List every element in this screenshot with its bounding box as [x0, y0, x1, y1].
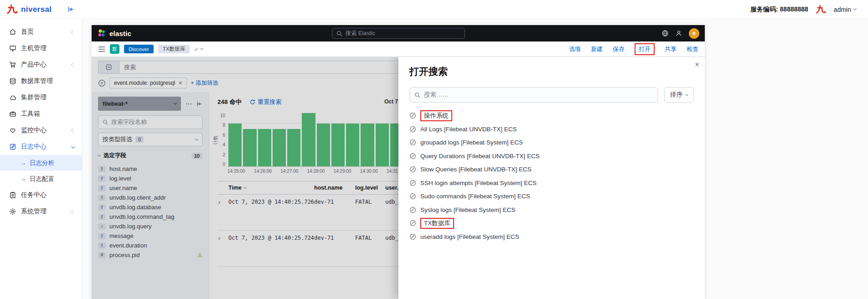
- saved-search-label: groupadd logs [Filebeat System] ECS: [420, 139, 523, 146]
- jiu-logo-icon-small: [816, 5, 827, 15]
- elastic-logo-icon: [97, 29, 106, 38]
- sidebar-item-log-analysis[interactable]: → 日志分析: [0, 155, 82, 171]
- sidebar-item-system-mgmt[interactable]: 系统管理: [0, 203, 82, 220]
- saved-search-type-icon: [409, 112, 416, 119]
- sort-button[interactable]: 排序: [664, 87, 694, 103]
- save-button[interactable]: 保存: [613, 45, 625, 53]
- heart-icon: [9, 127, 16, 134]
- new-button[interactable]: 新建: [591, 45, 603, 53]
- saved-search-type-icon: [409, 220, 416, 227]
- jiu-logo-icon: [6, 4, 18, 15]
- inspect-button[interactable]: 检查: [687, 45, 698, 53]
- saved-search-item[interactable]: groupadd logs [Filebeat System] ECS: [409, 136, 694, 150]
- saved-search-label: All Logs [Filebeat UNVDB-TX] ECS: [420, 126, 517, 133]
- share-button[interactable]: 共享: [665, 45, 677, 53]
- gear-icon: [9, 208, 16, 215]
- breadcrumb-app[interactable]: Discover: [124, 45, 154, 53]
- sidebar-item-label: 数据库管理: [21, 77, 53, 85]
- sidebar-item-label: 监控中心: [21, 126, 46, 134]
- saved-search-type-icon: [409, 166, 416, 173]
- options-button[interactable]: 选项: [569, 45, 581, 53]
- saved-search-item[interactable]: SSH login attempts [Filebeat System] ECS: [409, 176, 694, 190]
- saved-search-type-icon: [409, 139, 416, 146]
- sidebar-item-host-mgmt[interactable]: 主机管理: [0, 40, 82, 57]
- user-menu[interactable]: admin: [834, 6, 856, 13]
- search-icon: [414, 92, 420, 98]
- arrow-icon: →: [20, 175, 26, 182]
- sidebar-item-log-center[interactable]: 日志中心: [0, 139, 82, 155]
- saved-search-label: Sudo commands [Filebeat System] ECS: [420, 193, 530, 200]
- saved-search-type-icon: [409, 233, 416, 240]
- annotation-box: 操作系统: [420, 110, 452, 121]
- elastic-search-input[interactable]: 搜索 Elastic: [332, 28, 465, 39]
- sidebar-item-monitor-center[interactable]: 监控中心: [0, 122, 82, 139]
- home-icon: [9, 28, 16, 36]
- elastic-panel: elastic 搜索 Elastic e 默 Discover: [92, 25, 705, 299]
- sidebar-item-product-center[interactable]: 产品中心: [0, 57, 82, 73]
- elastic-brand-text: elastic: [109, 30, 131, 37]
- sidebar: 首页 主机管理 产品中心 数据库管理 集群管理 工具箱 监控中心 日志中心 → …: [0, 19, 83, 299]
- database-icon: [9, 77, 16, 85]
- open-button[interactable]: 打开: [635, 43, 655, 55]
- saved-search-item[interactable]: 操作系统: [409, 109, 694, 123]
- annotation-box: TX数据库: [420, 218, 454, 229]
- host-icon: [9, 45, 16, 52]
- user-alert-icon[interactable]: [675, 30, 682, 37]
- saved-search-type-icon: [409, 180, 416, 186]
- close-icon[interactable]: ×: [695, 61, 699, 68]
- saved-search-label: Query Durations [Filebeat UNVDB-TX] ECS: [420, 153, 540, 160]
- saved-search-item[interactable]: useradd logs [Filebeat System] ECS: [409, 230, 694, 244]
- sidebar-item-label: 日志分析: [30, 159, 54, 167]
- saved-search-item[interactable]: Query Durations [Filebeat UNVDB-TX] ECS: [409, 150, 694, 163]
- sidebar-item-label: 日志配置: [30, 175, 54, 183]
- sidebar-item-toolbox[interactable]: 工具箱: [0, 106, 82, 122]
- discover-actions: 选项 新建 保存 打开 共享 检查: [569, 43, 698, 55]
- globe-icon[interactable]: [661, 30, 669, 37]
- cart-icon: [9, 61, 16, 68]
- saved-search-label: Syslog logs [Filebeat System] ECS: [420, 206, 516, 213]
- brand-text: niversal: [21, 5, 52, 14]
- chevron-down-icon: [200, 47, 203, 50]
- sidebar-item-label: 系统管理: [21, 207, 46, 216]
- saved-search-label: TX数据库: [424, 220, 450, 227]
- saved-search-type-icon: [409, 206, 416, 213]
- elastic-header: elastic 搜索 Elastic e: [92, 25, 705, 41]
- open-search-flyout: 打开搜索 × 搜索…… 排序 操作系统: [398, 57, 705, 299]
- saved-search-item[interactable]: Sudo commands [Filebeat System] ECS: [409, 190, 694, 203]
- sidebar-item-label: 日志中心: [21, 143, 46, 151]
- sidebar-item-cluster-mgmt[interactable]: 集群管理: [0, 89, 82, 106]
- chevron-left-icon: [71, 209, 76, 214]
- elastic-brand[interactable]: elastic: [97, 29, 131, 38]
- sidebar-item-label: 任务中心: [21, 191, 46, 199]
- saved-search-item[interactable]: Slow Queries [Filebeat UNVDB-TX] ECS: [409, 163, 694, 176]
- saved-search-type-icon: [409, 126, 416, 133]
- toolbox-icon: [9, 110, 16, 118]
- breadcrumb-page[interactable]: TX数据库: [158, 45, 190, 53]
- flyout-title: 打开搜索: [409, 65, 694, 78]
- sidebar-item-label: 工具箱: [21, 110, 40, 118]
- saved-search-list: 操作系统 All Logs [Filebeat UNVDB-TX] ECS gr…: [409, 109, 694, 243]
- saved-search-type-icon: [409, 153, 416, 160]
- elastic-nav-bar: 默 Discover TX数据库 ✓ 选项 新建 保存 打开 共享 检查: [92, 41, 705, 57]
- avatar[interactable]: e: [689, 28, 699, 39]
- brand-logo[interactable]: niversal: [6, 4, 52, 15]
- saved-search-type-icon: [409, 193, 416, 200]
- saved-search-item[interactable]: Syslog logs [Filebeat System] ECS: [409, 203, 694, 217]
- saved-search-item[interactable]: TX数据库: [409, 217, 694, 230]
- chevron-left-icon: [71, 62, 76, 67]
- space-avatar[interactable]: 默: [110, 44, 119, 54]
- sidebar-item-label: 主机管理: [21, 44, 46, 52]
- saved-state-menu[interactable]: ✓: [194, 46, 203, 52]
- arrow-icon: →: [20, 160, 26, 166]
- saved-search-search-input[interactable]: 搜索……: [409, 87, 658, 103]
- saved-search-item[interactable]: All Logs [Filebeat UNVDB-TX] ECS: [409, 123, 694, 136]
- main-content: elastic 搜索 Elastic e 默 Discover: [83, 19, 868, 299]
- sidebar-collapse-icon[interactable]: [67, 5, 75, 13]
- cluster-icon: [9, 94, 16, 101]
- sidebar-item-home[interactable]: 首页: [0, 24, 82, 40]
- user-name: admin: [834, 6, 851, 13]
- hamburger-menu-icon[interactable]: [98, 46, 105, 52]
- sidebar-item-task-center[interactable]: 任务中心: [0, 187, 82, 203]
- sidebar-item-database-mgmt[interactable]: 数据库管理: [0, 73, 82, 89]
- sidebar-item-log-config[interactable]: → 日志配置: [0, 171, 82, 187]
